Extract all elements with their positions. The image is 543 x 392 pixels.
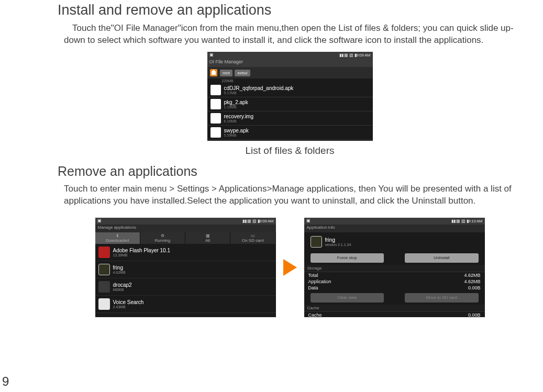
file-name: cdDJR_qqforpad_android.apk — [224, 85, 294, 91]
file-size: 5.17MB — [224, 91, 294, 95]
app-name: drocap2 — [113, 282, 132, 288]
fm-caption: List of files & folders — [58, 145, 522, 156]
appinfo-name: fring — [325, 237, 351, 243]
app-row[interactable]: Adobe Flash Player 10.113.39MB — [95, 244, 276, 261]
clear-data-button[interactable]: Clear data — [311, 293, 384, 303]
app-size: 4.62MB — [113, 271, 126, 274]
app-size: 660KB — [113, 288, 132, 292]
status-network-icon: ▮▮ ▦ ▨ ▮ — [242, 219, 259, 223]
file-row[interactable]: cdDJR_qqforpad_android.apk5.17MB — [207, 83, 373, 97]
app-info-screenshot: ▣ ▮▮ ▦ ▨ ▮ 9:10 AM Application info frin… — [304, 218, 485, 317]
storage-section: Storage — [304, 265, 485, 272]
file-size: 1.19MB — [224, 105, 248, 109]
arrow-icon — [283, 259, 297, 276]
cache-row: Cache0.00B — [304, 312, 485, 318]
manage-tabbar: ⬇Downloaded ⚙Running ▦All ▭On SD card — [95, 232, 276, 244]
camera-icon: ▣ — [209, 52, 214, 57]
apk-icon — [210, 85, 221, 95]
remove-heading: Remove an applications — [58, 164, 522, 179]
install-paragraph: Touch the"OI File Manager"icon from the … — [64, 23, 522, 47]
status-time: 9:09 AM — [356, 53, 370, 58]
uninstall-button[interactable]: Uninstall — [405, 253, 479, 263]
file-row[interactable]: pkg_2.apk1.19MB — [207, 97, 373, 111]
file-size: 5.59MB — [224, 133, 249, 137]
app-name: Voice Search — [113, 299, 144, 305]
remove-paragraph: Touch to enter main menu > Settings > Ap… — [64, 183, 522, 207]
force-stop-button[interactable]: Force stop — [311, 253, 384, 263]
flash-icon — [98, 247, 110, 258]
status-time: 9:10 AM — [468, 219, 482, 223]
camera-icon: ▣ — [97, 218, 102, 223]
path-tab-mnt[interactable]: mnt — [220, 70, 232, 76]
status-network-icon: ▮▮ ▦ ▨ ▮ — [451, 219, 468, 223]
img-icon — [210, 113, 221, 124]
file-size: 6.16MB — [224, 119, 254, 123]
fring-icon — [311, 236, 322, 248]
app-row[interactable]: drocap2660KB — [95, 278, 276, 296]
tab-running[interactable]: ⚙Running — [140, 232, 185, 244]
free-space: 229MB — [207, 79, 373, 83]
file-row[interactable]: recovery.img6.16MB — [207, 111, 373, 126]
path-tab-extsd[interactable]: extsd — [235, 70, 250, 76]
move-sd-button[interactable]: Move to SD card — [405, 293, 479, 303]
status-time: 9:09 AM — [259, 219, 273, 223]
drocap-icon — [98, 281, 110, 293]
storage-row: Data0.00B — [304, 285, 485, 291]
file-manager-screenshot: ▣ ▮▮ ▦ ▨ ▮ 9:09 AM OI File Manager mnt e… — [207, 52, 373, 141]
install-heading: Install and remove an applications — [58, 2, 522, 18]
appinfo-version: version 2.1.1.24 — [325, 243, 351, 247]
appinfo-title: Application info — [304, 225, 485, 232]
storage-row: Total4.62MB — [304, 272, 485, 278]
app-row[interactable]: Voice Search2.43MB — [95, 296, 276, 313]
app-name: Adobe Flash Player 10.1 — [113, 248, 171, 253]
manage-title: Manage applications — [95, 225, 276, 232]
apk-icon — [210, 127, 221, 138]
apk-icon — [210, 99, 221, 109]
app-name: fring — [113, 265, 126, 271]
app-size: 2.43MB — [113, 305, 144, 309]
storage-row: Application4.62MB — [304, 278, 485, 285]
camera-icon: ▣ — [306, 218, 311, 223]
voice-icon — [98, 298, 110, 310]
manage-apps-screenshot: ▣ ▮▮ ▦ ▨ ▮ 9:09 AM Manage applications ⬇… — [95, 218, 276, 317]
file-name: swype.apk — [224, 128, 249, 133]
file-name: recovery.img — [224, 114, 254, 119]
fm-titlebar: OI File Manager — [207, 59, 373, 67]
status-network-icon: ▮▮ ▦ ▨ ▮ — [339, 53, 356, 58]
home-icon[interactable] — [210, 69, 217, 76]
cache-section: Cache — [304, 305, 485, 312]
fm-path-bar: mnt extsd — [207, 67, 373, 79]
file-name: pkg_2.apk — [224, 99, 248, 105]
page-number: 9 — [2, 374, 9, 389]
tab-sdcard[interactable]: ▭On SD card — [230, 232, 275, 244]
tab-downloaded[interactable]: ⬇Downloaded — [95, 232, 140, 244]
app-row[interactable]: fring4.62MB — [95, 261, 276, 278]
tab-all[interactable]: ▦All — [185, 232, 230, 244]
fring-icon — [98, 264, 110, 275]
app-size: 13.39MB — [113, 253, 171, 257]
file-row[interactable]: swype.apk5.59MB — [207, 126, 373, 140]
